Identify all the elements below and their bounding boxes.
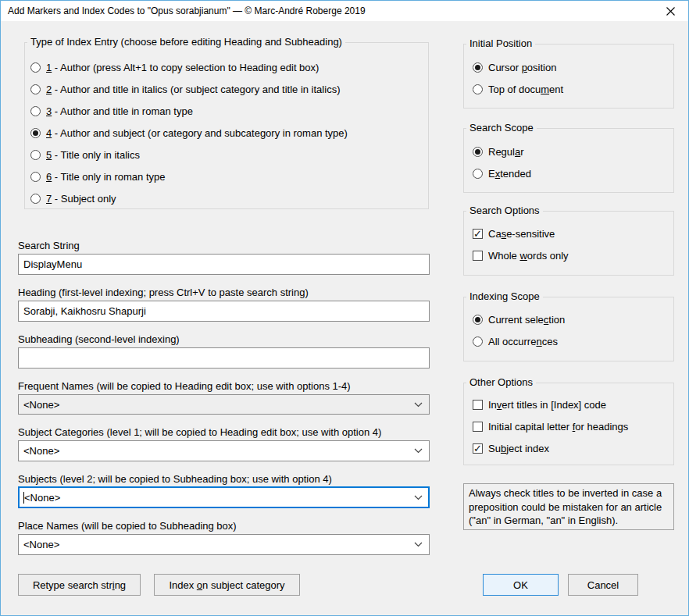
radio-current-selection[interactable]: Current selection bbox=[473, 313, 565, 326]
radio-icon bbox=[473, 62, 483, 73]
dropdown-value: <None> bbox=[23, 539, 59, 550]
subjects-label: Subjects (level 2; will be copied to Sub… bbox=[18, 473, 332, 485]
radio-icon bbox=[30, 172, 41, 182]
heading-input[interactable] bbox=[18, 301, 430, 322]
chevron-down-icon bbox=[414, 495, 423, 500]
radio-option-7[interactable]: 7 - Subject only bbox=[30, 192, 116, 205]
radio-label: 2 - Author and title in italics (or subj… bbox=[46, 84, 340, 95]
radio-top-of-document[interactable]: Top of document bbox=[473, 83, 563, 95]
radio-cursor-position[interactable]: Cursor position bbox=[473, 61, 556, 73]
radio-option-3[interactable]: 3 - Author and title in roman type bbox=[30, 105, 193, 117]
checkbox-label: Whole words only bbox=[488, 250, 569, 262]
radio-label: 1 - Author (press Alt+1 to copy selectio… bbox=[46, 62, 319, 73]
chevron-down-icon bbox=[414, 448, 423, 454]
place-names-dropdown[interactable]: <None> bbox=[18, 534, 430, 555]
button-label: Cancel bbox=[587, 579, 619, 591]
radio-option-4[interactable]: 4 - Author and subject (or category and … bbox=[30, 126, 348, 139]
radio-icon bbox=[30, 128, 41, 138]
radio-label: 3 - Author and title in roman type bbox=[46, 105, 193, 117]
button-label: Index on subject category bbox=[169, 579, 284, 591]
frequent-names-label: Frequent Names (will be copied to Headin… bbox=[18, 380, 351, 392]
checkbox-icon bbox=[473, 251, 483, 261]
subheading-input[interactable] bbox=[18, 347, 430, 369]
retype-search-string-button[interactable]: Retype search string bbox=[18, 574, 141, 596]
radio-label: Cursor position bbox=[488, 62, 556, 73]
subheading-label: Subheading (second-level indexing) bbox=[18, 333, 180, 345]
search-string-label: Search String bbox=[18, 240, 80, 251]
radio-icon bbox=[30, 150, 41, 160]
button-label: Retype search string bbox=[33, 579, 126, 591]
frequent-names-dropdown[interactable]: <None> bbox=[18, 394, 430, 415]
note-text: Always check titles to be inverted in ca… bbox=[463, 483, 674, 530]
titlebar: Add Markers and Index Codes to "Opus sor… bbox=[1, 1, 688, 21]
radio-option-1[interactable]: 1 - Author (press Alt+1 to copy selectio… bbox=[30, 61, 319, 73]
window-title: Add Markers and Index Codes to "Opus sor… bbox=[8, 1, 366, 21]
radio-label: Extended bbox=[488, 168, 531, 180]
indexing-scope-group bbox=[463, 297, 674, 361]
radio-label: 4 - Author and subject (or category and … bbox=[46, 127, 348, 139]
close-icon bbox=[666, 7, 675, 16]
checkbox-case-sensitive[interactable]: Case-sensitive bbox=[473, 227, 555, 240]
checkbox-initial-capital[interactable]: Initial capital letter for headings bbox=[473, 420, 628, 433]
radio-label: All occurrences bbox=[488, 336, 558, 347]
radio-option-6[interactable]: 6 - Title only in roman type bbox=[30, 170, 165, 183]
checkbox-invert-titles[interactable]: Invert titles in [Index] code bbox=[473, 398, 606, 411]
search-string-input[interactable] bbox=[18, 254, 430, 275]
radio-label: Current selection bbox=[488, 314, 565, 326]
index-on-subject-category-button[interactable]: Index on subject category bbox=[154, 574, 300, 596]
button-label: OK bbox=[513, 579, 528, 591]
radio-icon bbox=[473, 315, 483, 325]
checkbox-label: Invert titles in [Index] code bbox=[488, 399, 606, 411]
dropdown-value: <None> bbox=[23, 445, 59, 457]
checkbox-label: Case-sensitive bbox=[488, 228, 555, 240]
checkbox-label: Subject index bbox=[488, 443, 549, 454]
search-scope-group bbox=[463, 128, 674, 193]
radio-icon bbox=[30, 106, 41, 116]
radio-label: 6 - Title only in roman type bbox=[46, 171, 165, 183]
radio-label: 7 - Subject only bbox=[46, 193, 116, 205]
radio-extended[interactable]: Extended bbox=[473, 167, 531, 180]
radio-option-5[interactable]: 5 - Title only in italics bbox=[30, 148, 140, 161]
search-options-group bbox=[463, 211, 674, 276]
checkbox-icon bbox=[473, 400, 483, 410]
checkbox-label: Initial capital letter for headings bbox=[488, 421, 628, 433]
radio-icon bbox=[30, 84, 41, 94]
ok-button[interactable]: OK bbox=[483, 574, 559, 596]
radio-icon bbox=[30, 62, 41, 73]
checkbox-subject-index[interactable]: Subject index bbox=[473, 442, 549, 454]
chevron-down-icon bbox=[414, 542, 423, 547]
radio-icon bbox=[473, 84, 483, 94]
type-of-index-entry-label: Type of Index Entry (choose before editi… bbox=[27, 36, 345, 48]
subject-categories-dropdown[interactable]: <None> bbox=[18, 440, 430, 461]
indexing-scope-label: Indexing Scope bbox=[466, 290, 543, 302]
radio-icon bbox=[473, 169, 483, 179]
radio-option-2[interactable]: 2 - Author and title in italics (or subj… bbox=[30, 83, 340, 95]
dialog-window: Add Markers and Index Codes to "Opus sor… bbox=[0, 0, 689, 616]
dropdown-value: <None> bbox=[23, 492, 60, 504]
radio-label: 5 - Title only in italics bbox=[46, 149, 140, 161]
radio-icon bbox=[30, 194, 41, 204]
checkbox-icon bbox=[473, 229, 483, 239]
radio-regular[interactable]: Regular bbox=[473, 145, 524, 158]
radio-label: Top of document bbox=[488, 84, 563, 95]
radio-icon bbox=[473, 336, 483, 347]
place-names-label: Place Names (will be copied to Subheadin… bbox=[18, 520, 237, 532]
radio-all-occurrences[interactable]: All occurrences bbox=[473, 335, 558, 347]
heading-label: Heading (first-level indexing; press Ctr… bbox=[18, 287, 309, 298]
radio-label: Regular bbox=[488, 146, 524, 158]
subjects-dropdown[interactable]: <None> bbox=[18, 486, 430, 508]
checkbox-whole-words-only[interactable]: Whole words only bbox=[473, 249, 569, 262]
close-button[interactable] bbox=[653, 1, 688, 21]
cancel-button[interactable]: Cancel bbox=[568, 574, 638, 596]
dropdown-value: <None> bbox=[23, 399, 59, 411]
other-options-label: Other Options bbox=[466, 376, 536, 388]
checkbox-icon bbox=[473, 443, 483, 454]
initial-position-group bbox=[463, 44, 674, 109]
initial-position-label: Initial Position bbox=[466, 37, 535, 49]
search-options-label: Search Options bbox=[466, 205, 543, 216]
chevron-down-icon bbox=[414, 402, 423, 408]
radio-icon bbox=[473, 147, 483, 157]
search-scope-label: Search Scope bbox=[466, 122, 537, 134]
subject-categories-label: Subject Categories (level 1; will be cop… bbox=[18, 426, 381, 438]
checkbox-icon bbox=[473, 422, 483, 432]
